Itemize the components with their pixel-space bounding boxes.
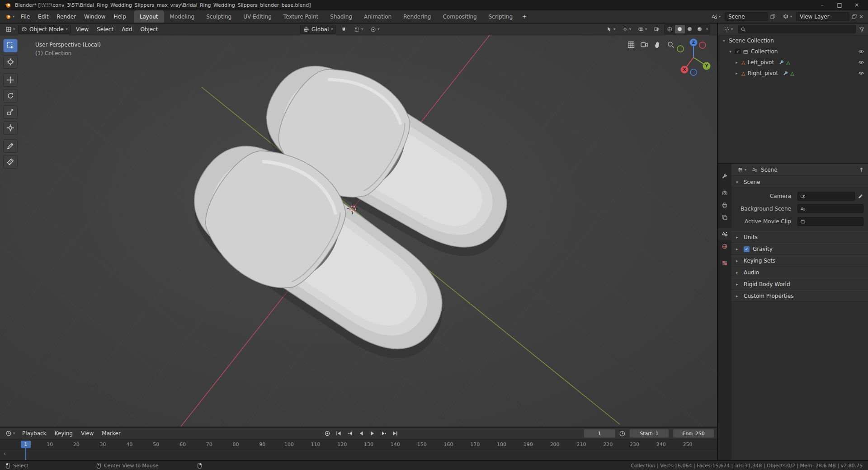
collapse-arrow-icon[interactable]: ‹ xyxy=(4,451,6,457)
add-workspace-button[interactable]: + xyxy=(519,14,530,20)
section-custom-properties[interactable]: ▸ Custom Properties xyxy=(731,290,868,302)
workspace-tab[interactable]: Layout xyxy=(134,10,164,23)
viewport-menu-item[interactable]: View xyxy=(72,24,93,34)
tab-view-layer[interactable] xyxy=(718,211,731,223)
auto-keying-button[interactable] xyxy=(322,429,332,438)
scene-name-field[interactable]: Scene xyxy=(725,12,768,21)
shading-rendered-button[interactable] xyxy=(695,25,705,33)
playhead[interactable]: 1 xyxy=(21,441,31,448)
minimize-button[interactable]: – xyxy=(816,0,829,10)
expand-icon[interactable]: ▸ xyxy=(734,71,739,75)
outliner-search[interactable] xyxy=(738,25,856,33)
background-scene-field[interactable] xyxy=(797,204,863,213)
editor-type-button[interactable]: ▾ xyxy=(3,25,17,33)
search-input[interactable] xyxy=(748,26,853,33)
topbar-menu-item[interactable]: Edit xyxy=(34,12,52,22)
gizmo-neg-x-ball[interactable] xyxy=(699,42,706,48)
remove-view-layer-icon[interactable]: × xyxy=(859,14,863,20)
start-frame-field[interactable]: Start: 1 xyxy=(629,429,669,438)
tab-scene[interactable] xyxy=(718,228,731,240)
mode-dropdown[interactable]: Object Mode ▾ xyxy=(18,25,71,34)
timeline-menu-item[interactable]: Playback xyxy=(18,428,51,438)
viewport-menu-item[interactable]: Add xyxy=(118,24,136,34)
xray-toggle[interactable] xyxy=(651,25,662,33)
play-button[interactable] xyxy=(367,429,377,438)
shading-material-button[interactable] xyxy=(685,25,695,33)
view-layer-browse-button[interactable]: ▾ xyxy=(780,13,794,21)
view-layer-name-field[interactable]: View Layer xyxy=(796,12,849,21)
gravity-checkbox[interactable]: ✓ xyxy=(744,246,750,252)
close-button[interactable]: × xyxy=(850,0,863,10)
workspace-tab[interactable]: Texture Paint xyxy=(278,10,324,23)
tab-output[interactable] xyxy=(718,199,731,211)
expand-icon[interactable]: ▾ xyxy=(728,49,733,54)
mesh-data-icon[interactable]: △ xyxy=(790,71,794,76)
tool-scale[interactable] xyxy=(3,105,18,119)
snap-toggle[interactable] xyxy=(339,26,349,33)
section-audio[interactable]: ▸ Audio xyxy=(731,267,868,278)
blender-menu-button[interactable]: ▾ xyxy=(3,13,17,21)
timeline-menu-item[interactable]: View xyxy=(77,428,98,438)
play-reverse-button[interactable] xyxy=(356,429,366,438)
camera-field[interactable] xyxy=(797,192,855,201)
section-keying-sets[interactable]: ▸ Keying Sets xyxy=(731,255,868,267)
topbar-menu-item[interactable]: Window xyxy=(80,12,109,22)
end-frame-field[interactable]: End: 250 xyxy=(673,429,714,438)
tool-transform[interactable] xyxy=(3,121,18,135)
expand-icon[interactable]: ▸ xyxy=(734,60,739,65)
maximize-button[interactable]: □ xyxy=(833,0,846,10)
outliner-row-scene-collection[interactable]: ▾ Scene Collection xyxy=(718,35,868,46)
current-frame-field[interactable]: 1 xyxy=(584,429,615,438)
filter-icon[interactable] xyxy=(859,26,865,33)
object-visibility-dropdown[interactable]: ▾ xyxy=(604,25,618,33)
grid-toggle-button[interactable] xyxy=(628,42,634,48)
pan-view-button[interactable] xyxy=(655,42,659,48)
eyedropper-icon[interactable] xyxy=(858,193,863,199)
topbar-menu-item[interactable]: Render xyxy=(52,12,80,22)
tool-measure[interactable] xyxy=(3,155,18,169)
jump-to-start-button[interactable] xyxy=(333,429,344,438)
eye-icon[interactable] xyxy=(858,48,864,55)
eye-icon[interactable] xyxy=(858,59,864,66)
modifier-wrench-icon[interactable] xyxy=(783,70,788,76)
mesh-data-icon[interactable]: △ xyxy=(786,60,790,65)
editor-type-button[interactable]: ▾ xyxy=(721,25,735,33)
workspace-tab[interactable]: Shading xyxy=(324,10,358,23)
tab-texture[interactable] xyxy=(718,257,731,269)
overlays-toggle[interactable]: ▾ xyxy=(636,25,649,33)
section-scene[interactable]: ▾ Scene xyxy=(731,176,868,188)
workspace-tab[interactable]: Compositing xyxy=(437,10,482,23)
shading-wireframe-button[interactable] xyxy=(665,25,675,33)
tab-render[interactable] xyxy=(718,187,731,199)
new-view-layer-icon[interactable] xyxy=(851,14,857,19)
workspace-tab[interactable]: Sculpting xyxy=(200,10,237,23)
preview-range-clock-icon[interactable] xyxy=(619,430,626,437)
scene-browse-button[interactable]: ▾ xyxy=(709,13,723,21)
viewport-menu-item[interactable]: Select xyxy=(93,24,118,34)
expand-icon[interactable]: ▾ xyxy=(722,38,726,43)
gizmo-neg-z-ball[interactable] xyxy=(690,69,697,75)
workspace-tab[interactable]: Rendering xyxy=(397,10,437,23)
active-movie-clip-field[interactable] xyxy=(797,217,863,226)
workspace-tab[interactable]: Animation xyxy=(358,10,397,23)
section-gravity[interactable]: ▸ ✓ Gravity xyxy=(731,243,868,255)
collection-checkbox[interactable]: ✓ xyxy=(735,49,741,54)
gizmo-neg-y-ball[interactable] xyxy=(677,46,684,52)
tool-annotate[interactable] xyxy=(3,139,18,153)
workspace-tab[interactable]: UV Editing xyxy=(237,10,278,23)
snap-target-dropdown[interactable]: ▾ xyxy=(352,26,365,33)
timeline-menu-item[interactable]: Keying xyxy=(51,428,77,438)
shading-solid-button[interactable] xyxy=(675,25,685,33)
timeline-menu-item[interactable]: Marker xyxy=(98,428,124,438)
editor-type-button[interactable]: ▾ xyxy=(735,166,749,174)
workspace-tab[interactable]: Scripting xyxy=(483,10,519,23)
jump-to-end-button[interactable] xyxy=(390,429,400,438)
orientation-dropdown[interactable]: Global ▾ xyxy=(300,25,336,34)
outliner-row-left-pivot[interactable]: ▸ △ Left_pivot △ xyxy=(718,57,868,68)
new-scene-icon[interactable] xyxy=(770,14,776,19)
eye-icon[interactable] xyxy=(858,70,864,76)
viewport-menu-item[interactable]: Object xyxy=(136,24,162,34)
tab-world[interactable] xyxy=(718,240,731,252)
proportional-editing-dropdown[interactable]: ▾ xyxy=(368,26,382,33)
pin-icon[interactable] xyxy=(859,167,864,173)
